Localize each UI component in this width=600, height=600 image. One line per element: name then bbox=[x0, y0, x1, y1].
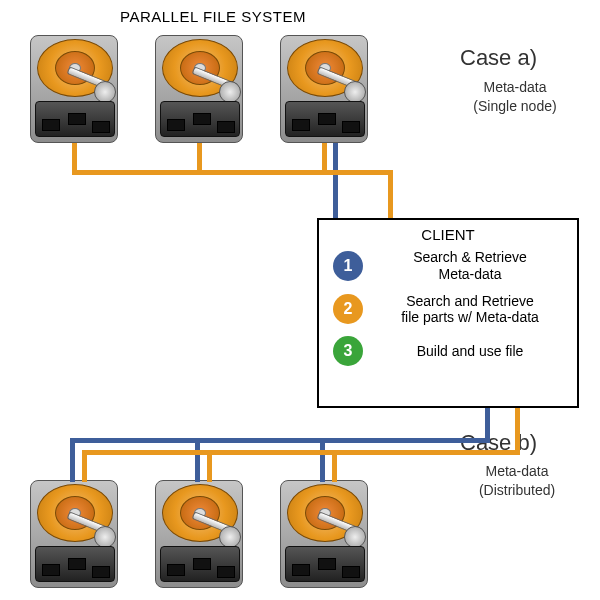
connector-bot-b-fromclient bbox=[485, 408, 490, 438]
connector-bot-b-h bbox=[70, 438, 490, 443]
disk-top-3 bbox=[280, 35, 368, 143]
disk-bottom-2 bbox=[155, 480, 243, 588]
step3-text: Build and use file bbox=[373, 343, 567, 360]
connector-bot-b-v1 bbox=[70, 438, 75, 482]
disk-bottom-3 bbox=[280, 480, 368, 588]
connector-top-o-v3 bbox=[322, 143, 327, 170]
case-a-heading: Case a) bbox=[460, 45, 537, 71]
step1-text: Search & RetrieveMeta-data bbox=[373, 249, 567, 283]
connector-bot-o-v1 bbox=[82, 450, 87, 482]
disk-top-2 bbox=[155, 35, 243, 143]
connector-top-o-v1 bbox=[72, 143, 77, 170]
connector-bot-o-h bbox=[82, 450, 520, 455]
connector-top-o-h bbox=[72, 170, 393, 175]
case-a-sub2: (Single node) bbox=[473, 98, 556, 114]
case-b-sub1: Meta-data bbox=[485, 463, 548, 479]
connector-bot-b-v2 bbox=[195, 438, 200, 482]
case-a-sub: Meta-data (Single node) bbox=[460, 78, 570, 116]
client-step-3: 3 Build and use file bbox=[333, 336, 567, 366]
connector-bot-o-v2 bbox=[207, 450, 212, 482]
connector-bot-b-v3 bbox=[320, 438, 325, 482]
case-a-sub1: Meta-data bbox=[483, 79, 546, 95]
client-step-2: 2 Search and Retrievefile parts w/ Meta-… bbox=[333, 293, 567, 327]
diagram-title: PARALLEL FILE SYSTEM bbox=[120, 8, 306, 25]
client-box: CLIENT 1 Search & RetrieveMeta-data 2 Se… bbox=[317, 218, 579, 408]
step3-badge: 3 bbox=[333, 336, 363, 366]
client-title: CLIENT bbox=[329, 226, 567, 243]
case-b-sub: Meta-data (Distributed) bbox=[462, 462, 572, 500]
step2-text: Search and Retrievefile parts w/ Meta-da… bbox=[373, 293, 567, 327]
case-b-sub2: (Distributed) bbox=[479, 482, 555, 498]
step2-badge: 2 bbox=[333, 294, 363, 324]
disk-top-1 bbox=[30, 35, 118, 143]
client-step-1: 1 Search & RetrieveMeta-data bbox=[333, 249, 567, 283]
connector-top-o-toclient bbox=[388, 170, 393, 220]
connector-top-o-v2 bbox=[197, 143, 202, 170]
connector-bot-o-fromclient bbox=[515, 408, 520, 450]
step1-badge: 1 bbox=[333, 251, 363, 281]
connector-top-blue bbox=[333, 143, 338, 220]
disk-bottom-1 bbox=[30, 480, 118, 588]
connector-bot-o-v3 bbox=[332, 450, 337, 482]
